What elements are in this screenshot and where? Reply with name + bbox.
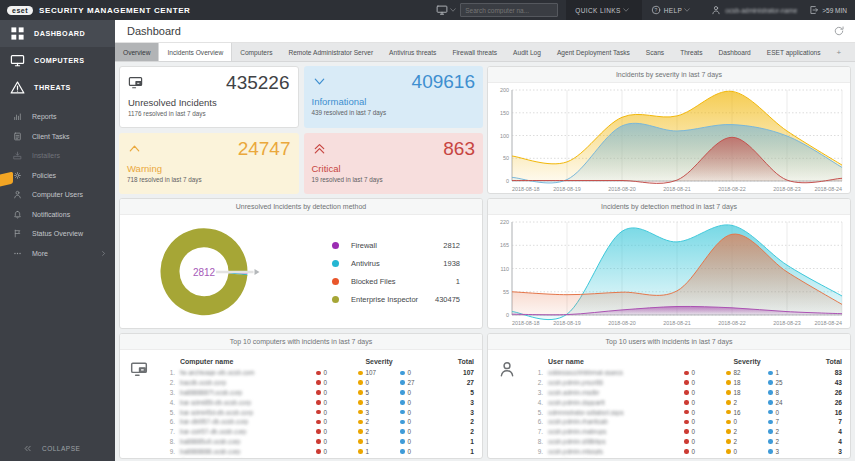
table-header-row: Computer nameSeverityTotal bbox=[158, 355, 474, 368]
legend-value: 1938 bbox=[443, 259, 460, 268]
table-row[interactable]: 6.ocsh.pdmin.rhanticab0077 bbox=[526, 417, 842, 427]
table-row[interactable]: 9.ocsh.pdmin.mlssyts0033 bbox=[526, 446, 842, 456]
severity-red-dot bbox=[684, 371, 689, 376]
refresh-icon[interactable] bbox=[833, 25, 845, 37]
threats-warning-icon bbox=[10, 80, 25, 95]
row-total: 4 bbox=[810, 428, 842, 435]
stat-card-unresolved-incidents[interactable]: 435226Unresolved Incidents1176 resolved … bbox=[119, 66, 299, 128]
table-row[interactable]: 4.bar-sdmi85l-db.ocsb.corp0303 bbox=[158, 397, 474, 407]
row-total: 1 bbox=[442, 438, 474, 445]
table-row[interactable]: 5.bar-sdmi45d-db.ocsb.corp0303 bbox=[158, 407, 474, 417]
search-scope-computer-icon[interactable] bbox=[436, 4, 448, 16]
severity-blue-count: 0 bbox=[400, 428, 442, 435]
add-dashboard-tab[interactable]: + bbox=[829, 43, 850, 61]
collapse-button[interactable]: COLLAPSE bbox=[0, 440, 128, 456]
severity-yellow-count: 0 bbox=[358, 458, 400, 459]
legend-item-enterprise-inspector[interactable]: Enterprise Inspector430475 bbox=[332, 290, 460, 308]
stat-card-warning[interactable]: 24747Warning718 resolved in last 7 days bbox=[119, 133, 299, 195]
stat-cards: 435226Unresolved Incidents1176 resolved … bbox=[119, 66, 483, 194]
table-row[interactable]: 1.fw-archivage-vib.ocsb.com01070107 bbox=[158, 368, 474, 378]
table-row[interactable]: 9.ba8888888.ocsb.corp0101 bbox=[158, 446, 474, 456]
tab-antivirus-threats[interactable]: Antivirus threats bbox=[381, 43, 444, 61]
table-row[interactable]: 3.ba8888887f.ocsb.corp0505 bbox=[158, 388, 474, 398]
table-row[interactable]: 2.bacdb.ocsb.corp002727 bbox=[158, 378, 474, 388]
panel-title: Incidents by detection method in last 7 … bbox=[488, 199, 850, 215]
legend-item-firewall[interactable]: Firewall2812 bbox=[332, 236, 460, 254]
tab-eset-applications[interactable]: ESET applications bbox=[759, 43, 829, 61]
help-button[interactable]: ? HELP bbox=[642, 0, 704, 20]
user-menu[interactable]: ocsb-administrator-name bbox=[703, 5, 805, 15]
sidebar-item-notifications[interactable]: Notifications bbox=[0, 205, 115, 225]
table-row[interactable]: 8.ba88885u9.ocsb.corp0101 bbox=[158, 437, 474, 447]
computer-users-icon bbox=[13, 190, 22, 199]
sidebar-item-more[interactable]: More bbox=[0, 244, 115, 264]
tab-scans[interactable]: Scans bbox=[638, 43, 672, 61]
session-timeout[interactable]: >59 MIN bbox=[805, 5, 855, 15]
legend-item-antivirus[interactable]: Antivirus1938 bbox=[332, 254, 460, 272]
sidebar-item-dashboard[interactable]: DASHBOARD bbox=[0, 20, 115, 47]
table-row[interactable]: 10.dbsmspdsna.ocsb.corp0011 bbox=[158, 456, 474, 459]
tab-incidents-overview[interactable]: Incidents Overview bbox=[158, 43, 232, 61]
table-row[interactable]: 7.bar-cstr57-db.ocsb.corp0202 bbox=[158, 427, 474, 437]
quick-links-button[interactable]: QUICK LINKS bbox=[566, 0, 642, 20]
row-total: 26 bbox=[810, 399, 842, 406]
tab-audit-log[interactable]: Audit Log bbox=[505, 43, 549, 61]
search-input[interactable] bbox=[460, 3, 558, 17]
panel-title: Top 10 users with incidents in last 7 da… bbox=[488, 334, 850, 350]
tab-computers[interactable]: Computers bbox=[232, 43, 280, 61]
panel-top-users: Top 10 users with incidents in last 7 da… bbox=[487, 333, 851, 459]
tab-firewall-threats[interactable]: Firewall threats bbox=[444, 43, 505, 61]
severity-red-count: 0 bbox=[684, 389, 726, 396]
tab-remote-administrator-server[interactable]: Remote Administrator Server bbox=[280, 43, 381, 61]
severity-blue-dot bbox=[768, 380, 773, 385]
table-row[interactable]: 6.bar-dbl957-db.ocsb.corp0202 bbox=[158, 417, 474, 427]
stat-label: Unresolved Incidents bbox=[128, 97, 290, 108]
chevron-up-icon bbox=[127, 141, 142, 156]
table-row[interactable]: 1.oddessscchhbbrnat-ssarcs082183 bbox=[526, 368, 842, 378]
severity-yellow-dot bbox=[358, 410, 363, 415]
svg-text:50: 50 bbox=[503, 155, 509, 161]
severity-blue-dot bbox=[400, 439, 405, 444]
tab-dashboard[interactable]: Dashboard bbox=[710, 43, 758, 61]
panel-incidents-by-severity: Incidents by severity in last 7 days 201… bbox=[487, 66, 851, 194]
sidebar-item-computers[interactable]: COMPUTERS bbox=[0, 47, 115, 74]
svg-text:0: 0 bbox=[506, 178, 509, 184]
sidebar-item-policies[interactable]: Policies bbox=[0, 166, 115, 186]
legend-item-blocked-files[interactable]: Blocked Files1 bbox=[332, 272, 460, 290]
row-rank: 9. bbox=[158, 448, 180, 455]
sidebar-item-threats[interactable]: THREATS bbox=[0, 74, 115, 101]
table-row[interactable]: 7.ocsh.pdmin.mabrups0224 bbox=[526, 427, 842, 437]
row-total: 3 bbox=[442, 409, 474, 416]
sidebar-item-status-overview[interactable]: Status Overview bbox=[0, 224, 115, 244]
severity-red-count: 0 bbox=[684, 428, 726, 435]
table-row[interactable]: 5.odmnnstratsr-sdtabsrl.ssps016016 bbox=[526, 407, 842, 417]
table-row[interactable]: 8.ocsh.pdmin.s98bbps0224 bbox=[526, 437, 842, 447]
severity-red-count: 0 bbox=[684, 379, 726, 386]
svg-text:2018-08-24: 2018-08-24 bbox=[814, 320, 842, 326]
row-name: fw-archivage-vib.ocsb.com bbox=[180, 369, 316, 376]
svg-text:220: 220 bbox=[500, 219, 509, 225]
sidebar-item-reports[interactable]: Reports bbox=[0, 107, 115, 127]
tab-threats[interactable]: Threats bbox=[672, 43, 710, 61]
dashboard-content: 435226Unresolved Incidents1176 resolved … bbox=[115, 62, 855, 461]
row-total: 83 bbox=[810, 369, 842, 376]
svg-text:2018-08-24: 2018-08-24 bbox=[814, 186, 842, 192]
stat-card-critical[interactable]: 863Critical19 resolved in last 7 days bbox=[304, 133, 484, 195]
table-row[interactable]: 4.ocsh.pdmin.dsppartt022426 bbox=[526, 397, 842, 407]
sidebar-item-installers[interactable]: Installers bbox=[0, 146, 115, 166]
severity-yellow-count: 2 bbox=[726, 399, 768, 406]
sidebar-item-client-tasks[interactable]: Client Tasks bbox=[0, 127, 115, 147]
search-scope-chevron-icon[interactable] bbox=[449, 6, 457, 14]
app-title: SECURITY MANAGEMENT CENTER bbox=[39, 6, 190, 15]
svg-text:2018-08-20: 2018-08-20 bbox=[608, 320, 636, 326]
table-row[interactable]: 2.ocsh.pdmin.prscr860182543 bbox=[526, 378, 842, 388]
svg-text:?: ? bbox=[654, 7, 657, 13]
table-row[interactable]: 3.ocsh.admin.msdbr018826 bbox=[526, 388, 842, 398]
table-row[interactable]: 10.cpambbr-ssabsm0101 bbox=[526, 456, 842, 459]
stat-card-informational[interactable]: 409616Informational439 resolved in last … bbox=[304, 66, 484, 128]
sidebar-item-computer-users[interactable]: Computer Users bbox=[0, 185, 115, 205]
tab-agent-deployment-tasks[interactable]: Agent Deployment Tasks bbox=[549, 43, 638, 61]
severity-yellow-count: 3 bbox=[358, 409, 400, 416]
tab-overview[interactable]: Overview bbox=[115, 43, 158, 61]
row-rank: 3. bbox=[158, 389, 180, 396]
